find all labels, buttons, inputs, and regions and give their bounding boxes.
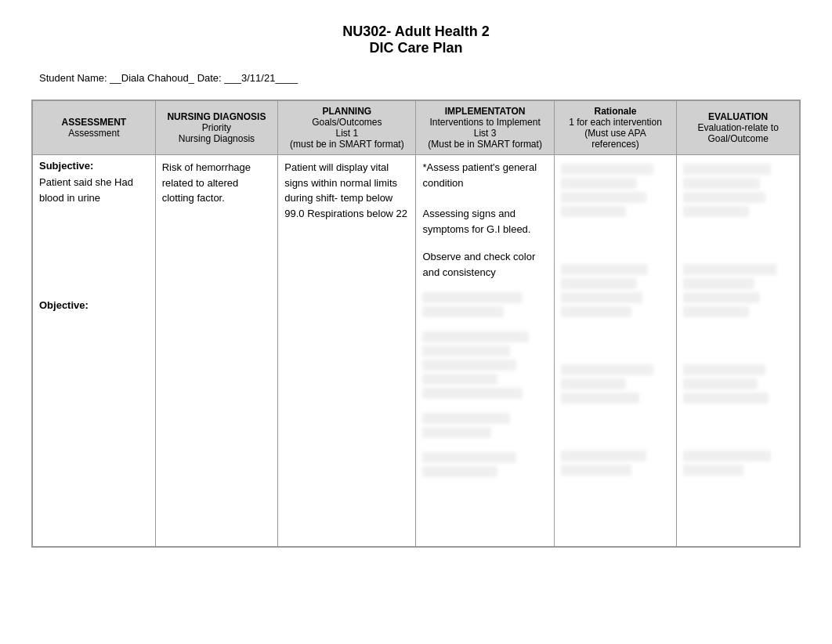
implementation-blurred-3 [422,413,547,438]
rationale-blurred-4 [561,450,671,476]
title-section: NU302- Adult Health 2 DIC Care Plan [31,16,801,56]
objective-label: Objective: [39,299,149,311]
planning-text: Patient will display vital signs within … [284,160,409,221]
evaluation-blurred-4 [683,450,793,476]
cell-implementation: *Assess patient's general condition Asse… [416,155,554,547]
cell-assessment: Subjective: Patient said she Had blood i… [33,155,156,547]
header-assessment: ASSESSMENT Assessment [33,101,156,155]
subjective-text: Patient said she Had blood in urine [39,175,149,205]
rationale-blurred-1 [561,164,671,217]
cell-planning: Patient will display vital signs within … [278,155,416,547]
implementation-blurred-1 [422,292,547,317]
evaluation-blurred-1 [683,164,793,217]
nursing-diagnosis-text: Risk of hemorrhage related to altered cl… [162,160,272,206]
implementation-line1: *Assess patient's general condition [422,160,547,190]
cell-evaluation [677,155,800,547]
table-header-row: ASSESSMENT Assessment NURSING DIAGNOSIS … [33,101,800,155]
implementation-blurred-4 [422,452,547,477]
title-line2: DIC Care Plan [31,40,801,56]
header-implementation: IMPLEMENTATON Interventions to Implement… [416,101,554,155]
implementation-blurred-2 [422,331,547,399]
page-container: NU302- Adult Health 2 DIC Care Plan Stud… [0,0,832,644]
implementation-line3: Observe and check color and consistency [422,249,547,280]
header-rationale: Rationale 1 for each intervention (Must … [554,101,677,155]
header-planning: PLANNING Goals/Outcomes List 1 (must be … [278,101,416,155]
student-info: Student Name: __Diala Chahoud_ Date: ___… [31,72,801,84]
rationale-blurred-3 [561,364,671,403]
table-row: Subjective: Patient said she Had blood i… [33,155,800,547]
header-nursing: NURSING DIAGNOSIS Priority Nursing Diagn… [155,101,278,155]
header-evaluation: EVALUATION Evaluation-relate to Goal/Out… [677,101,800,155]
evaluation-blurred-2 [683,264,793,317]
care-plan-table: ASSESSMENT Assessment NURSING DIAGNOSIS … [31,99,801,548]
title-line1: NU302- Adult Health 2 [31,24,801,40]
cell-rationale [554,155,677,547]
subjective-label: Subjective: [39,160,149,172]
rationale-blurred-2 [561,264,671,317]
evaluation-blurred-3 [683,364,793,403]
implementation-line2: Assessing signs and symptoms for G.I ble… [422,206,547,237]
cell-nursing-diagnosis: Risk of hemorrhage related to altered cl… [155,155,278,547]
